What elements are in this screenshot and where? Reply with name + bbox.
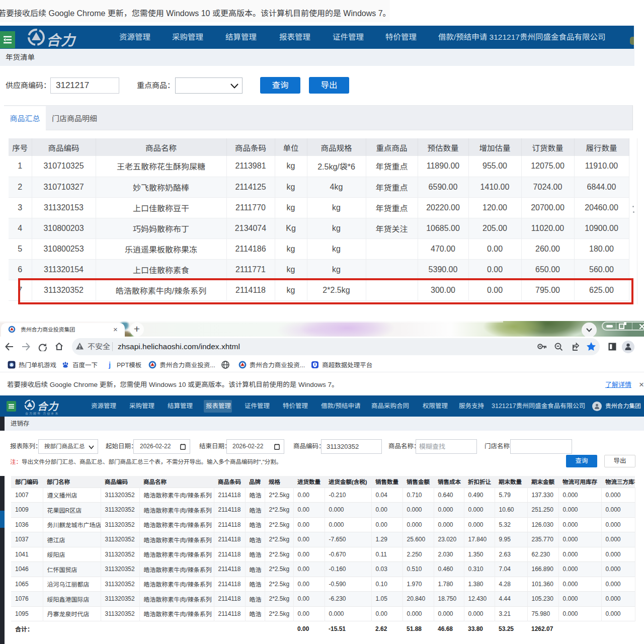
svg-text:j: j [108, 361, 111, 369]
